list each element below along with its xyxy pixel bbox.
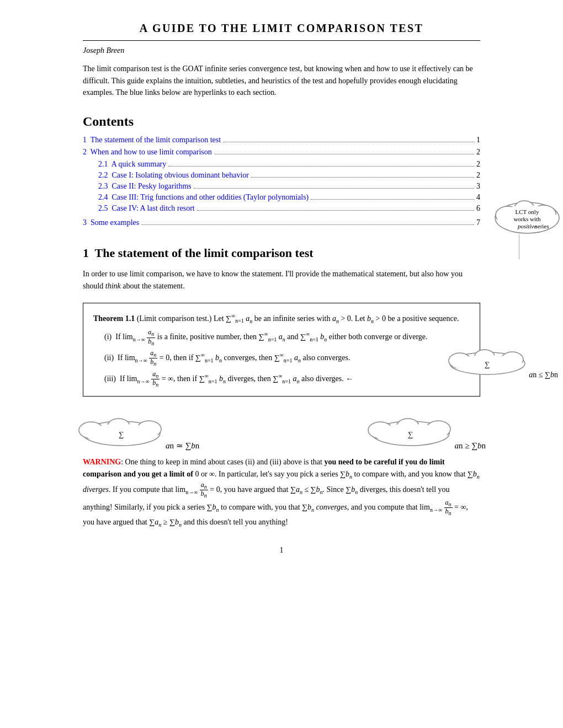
warning-paragraph: WARNING: One thing to keep in mind about…: [83, 456, 480, 530]
author: Joseph Breen: [83, 46, 480, 55]
theorem-box: Theorem 1.1 (Limit comparison test.) Let…: [83, 303, 480, 397]
svg-text:positive: positive: [517, 223, 537, 229]
toc-title-2: When and how to use limit comparison: [91, 148, 212, 156]
toc-page-2: 2: [476, 148, 480, 157]
geq-cloud: ∑an ≥ ∑bn: [367, 413, 486, 451]
toc-dots-1: [223, 142, 474, 142]
svg-point-18: [451, 356, 469, 367]
svg-point-28: [139, 424, 159, 436]
svg-point-36: [370, 425, 390, 437]
toc-title-1: The statement of the limit comparison te…: [91, 136, 221, 144]
theorem-item-ii: (ii) If limn→∞ anbn = 0, then if ∑∞n=1 b…: [104, 350, 470, 367]
toc-item-2-2[interactable]: 2.2 Case I: Isolating obvious dominant b…: [83, 171, 480, 180]
page-number: 1: [83, 546, 480, 555]
toc-dots-2-3: [194, 188, 474, 189]
toc-num-2: 2: [83, 148, 91, 156]
toc-dots-2: [214, 154, 474, 154]
toc-link-2-3[interactable]: 2.3 Case II: Pesky logarithms: [98, 182, 192, 191]
theorem-label: Theorem 1.1: [93, 314, 135, 323]
toc-dots-3: [141, 224, 474, 225]
svg-point-19: [503, 355, 521, 366]
toc-num-1: 1: [83, 136, 91, 144]
warning-label: WARNING: [83, 458, 121, 466]
toc-dots-2-1: [168, 166, 474, 167]
svg-text:∑: ∑: [485, 360, 490, 368]
toc-link-1[interactable]: 1 The statement of the limit comparison …: [83, 136, 221, 144]
toc-item-2[interactable]: 2 When and how to use limit comparison 2: [83, 148, 480, 157]
abstract: The limit comparison test is the GOAT in…: [83, 63, 480, 99]
svg-text:works with: works with: [513, 216, 541, 222]
page: A Guide to the Limit Comparison Test Jos…: [83, 22, 480, 555]
section-1-title: The statement of the limit comparison te…: [95, 246, 314, 260]
toc-link-2-4[interactable]: 2.4 Case III: Trig functions and other o…: [98, 193, 309, 202]
toc-dots-2-5: [197, 210, 474, 211]
toc-title-3: Some examples: [91, 218, 139, 227]
leq-cloud: ∑an ≤ ∑bn: [446, 344, 558, 382]
svg-text:LCT only: LCT only: [516, 208, 539, 215]
svg-text:∑: ∑: [408, 430, 413, 438]
section-1-intro: In order to use limit comparison, we hav…: [83, 268, 480, 293]
table-of-contents: 1 The statement of the limit comparison …: [83, 136, 480, 231]
toc-link-2-2[interactable]: 2.2 Case I: Isolating obvious dominant b…: [98, 171, 249, 180]
theorem-item-i: (i) If limn→∞ anbn is a finite, positive…: [104, 329, 470, 346]
bottom-clouds-area: ∑an ≃ ∑bn ∑an ≥ ∑bn: [83, 406, 480, 451]
svg-point-37: [428, 424, 448, 436]
toc-item-2-3[interactable]: 2.3 Case II: Pesky logarithms 3: [83, 182, 480, 191]
toc-link-2-1[interactable]: 2.1 A quick summary: [98, 160, 166, 169]
approx-cloud: ∑an ≃ ∑bn: [77, 413, 199, 451]
svg-point-27: [81, 425, 101, 437]
toc-item-1[interactable]: 1 The statement of the limit comparison …: [83, 136, 480, 144]
section-1-number: 1: [83, 246, 89, 260]
doc-title: A Guide to the Limit Comparison Test: [83, 22, 480, 35]
toc-num-3: 3: [83, 218, 91, 227]
contents-heading: Contents: [83, 114, 480, 129]
theorem-statement: Theorem 1.1 (Limit comparison test.) Let…: [93, 311, 470, 325]
toc-link-2[interactable]: 2 When and how to use limit comparison: [83, 148, 212, 157]
section-1-header: 1 The statement of the limit comparison …: [83, 246, 480, 260]
toc-item-3[interactable]: 3 Some examples 7: [83, 218, 480, 227]
toc-page-3: 7: [476, 218, 480, 227]
theorem-item-iii: (iii) If limn→∞ anbn = ∞, then if ∑∞n=1 …: [104, 371, 470, 388]
theorem-paren: (Limit comparison test.): [137, 314, 212, 323]
toc-dots-2-2: [251, 177, 474, 178]
toc-item-2-5[interactable]: 2.5 Case IV: A last ditch resort 6: [83, 204, 480, 213]
svg-text:series: series: [535, 223, 549, 229]
toc-page-1: 1: [476, 136, 480, 144]
title-rule: [83, 40, 480, 41]
lct-cloud: LCT only works with positive series: [491, 193, 563, 239]
toc-link-2-5[interactable]: 2.5 Case IV: A last ditch resort: [98, 204, 195, 213]
toc-link-3[interactable]: 3 Some examples: [83, 218, 139, 227]
svg-text:∑: ∑: [119, 430, 124, 438]
toc-dots-2-4: [311, 199, 474, 200]
toc-item-2-1[interactable]: 2.1 A quick summary 2: [83, 160, 480, 169]
toc-item-2-4[interactable]: 2.4 Case III: Trig functions and other o…: [83, 193, 480, 202]
